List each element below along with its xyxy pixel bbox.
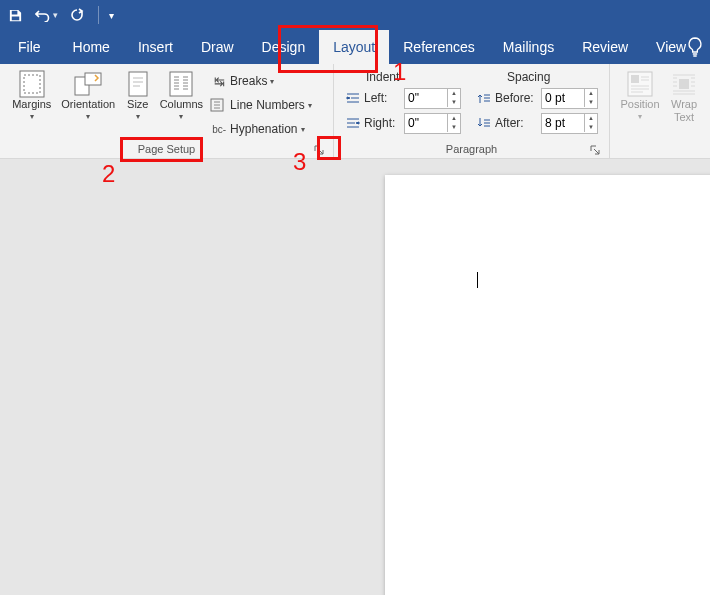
columns-button[interactable]: Columns ▾ xyxy=(157,67,207,121)
indent-right-value[interactable] xyxy=(405,114,447,133)
ribbon: Margins ▾ Orientation ▾ Size ▾ xyxy=(0,64,710,159)
dialog-launcher-icon xyxy=(590,145,600,155)
indent-right-icon xyxy=(346,117,364,129)
wrap-text-button[interactable]: Wrap Text xyxy=(664,67,704,123)
group-page-setup: Margins ▾ Orientation ▾ Size ▾ xyxy=(0,64,334,158)
chevron-down-icon: ▾ xyxy=(270,77,274,86)
group-paragraph: Indent Left: ▲▼ Right: xyxy=(334,64,610,158)
size-icon xyxy=(123,70,153,98)
group-paragraph-label: Paragraph xyxy=(446,143,497,155)
tab-review[interactable]: Review xyxy=(568,30,642,64)
spin-down[interactable]: ▼ xyxy=(448,123,460,132)
spin-up[interactable]: ▲ xyxy=(585,89,597,98)
chevron-down-icon: ▾ xyxy=(301,125,305,134)
orientation-button[interactable]: Orientation ▾ xyxy=(58,67,119,121)
tab-mailings[interactable]: Mailings xyxy=(489,30,568,64)
position-label: Position xyxy=(620,98,659,111)
annotation-label-2: 2 xyxy=(102,160,115,188)
annotation-label-1: 1 xyxy=(393,58,406,86)
line-numbers-icon xyxy=(210,98,228,112)
spacing-header: Spacing xyxy=(507,70,550,84)
spin-down[interactable]: ▼ xyxy=(585,123,597,132)
group-arrange: Position ▾ Wrap Text xyxy=(610,64,710,158)
spin-up[interactable]: ▲ xyxy=(448,89,460,98)
indent-left-icon xyxy=(346,92,364,104)
chevron-down-icon: ▾ xyxy=(638,112,642,121)
annotation-label-3: 3 xyxy=(293,148,306,176)
redo-button[interactable] xyxy=(70,8,86,22)
page-setup-launcher[interactable] xyxy=(312,143,326,157)
save-button[interactable] xyxy=(8,8,23,23)
svg-rect-9 xyxy=(679,79,689,89)
qat-separator xyxy=(98,6,99,24)
spacing-after-label: After: xyxy=(495,116,541,130)
margins-label: Margins xyxy=(12,98,51,111)
wrap-text-icon xyxy=(669,70,699,98)
indent-right-input[interactable]: ▲▼ xyxy=(404,113,461,134)
indent-right-row: Right: ▲▼ xyxy=(346,112,461,134)
ribbon-tabs: File Home Insert Draw Design Layout Refe… xyxy=(0,30,710,64)
document-page[interactable] xyxy=(385,175,710,595)
orientation-icon xyxy=(73,70,103,98)
breaks-label: Breaks xyxy=(230,74,267,88)
tab-insert[interactable]: Insert xyxy=(124,30,187,64)
hyphenation-label: Hyphenation xyxy=(230,122,297,136)
text-cursor xyxy=(477,272,478,288)
indent-left-row: Left: ▲▼ xyxy=(346,87,461,109)
undo-icon xyxy=(35,8,51,22)
margins-icon xyxy=(17,70,47,98)
line-numbers-label: Line Numbers xyxy=(230,98,305,112)
customize-qat-button[interactable]: ▾ xyxy=(109,10,114,21)
orientation-label: Orientation xyxy=(61,98,115,111)
columns-label: Columns xyxy=(160,98,203,111)
indent-left-input[interactable]: ▲▼ xyxy=(404,88,461,109)
wrap-text-label1: Wrap xyxy=(671,98,697,111)
size-label: Size xyxy=(127,98,148,111)
indent-left-value[interactable] xyxy=(405,89,447,108)
hyphenation-button[interactable]: bc‑ Hyphenation ▾ xyxy=(210,119,327,139)
group-page-setup-label: Page Setup xyxy=(138,143,196,155)
svg-rect-5 xyxy=(170,72,192,96)
spacing-before-input[interactable]: ▲▼ xyxy=(541,88,598,109)
svg-rect-4 xyxy=(129,72,147,96)
chevron-down-icon: ▾ xyxy=(136,112,140,121)
redo-icon xyxy=(70,8,86,22)
tab-design[interactable]: Design xyxy=(248,30,320,64)
position-button[interactable]: Position ▾ xyxy=(616,67,664,121)
tab-draw[interactable]: Draw xyxy=(187,30,248,64)
line-numbers-button[interactable]: Line Numbers ▾ xyxy=(210,95,327,115)
undo-button[interactable]: ▾ xyxy=(35,8,58,22)
tell-me-button[interactable] xyxy=(686,36,704,58)
paragraph-launcher[interactable] xyxy=(588,143,602,157)
size-button[interactable]: Size ▾ xyxy=(119,67,157,121)
chevron-down-icon: ▾ xyxy=(30,112,34,121)
indent-right-label: Right: xyxy=(364,116,404,130)
chevron-down-icon: ▾ xyxy=(109,10,114,21)
spin-up[interactable]: ▲ xyxy=(448,114,460,123)
position-icon xyxy=(625,70,655,98)
lightbulb-icon xyxy=(686,36,704,58)
svg-rect-8 xyxy=(631,75,639,83)
spacing-before-value[interactable] xyxy=(542,89,584,108)
spin-down[interactable]: ▼ xyxy=(585,98,597,107)
save-icon xyxy=(8,8,23,23)
tab-layout[interactable]: Layout xyxy=(319,30,389,64)
breaks-button[interactable]: ↹ Breaks ▾ xyxy=(210,71,327,91)
spacing-after-icon xyxy=(477,117,495,129)
indent-left-label: Left: xyxy=(364,91,404,105)
spin-down[interactable]: ▼ xyxy=(448,98,460,107)
chevron-down-icon: ▾ xyxy=(53,10,58,20)
chevron-down-icon: ▾ xyxy=(308,101,312,110)
spacing-after-value[interactable] xyxy=(542,114,584,133)
chevron-down-icon: ▾ xyxy=(179,112,183,121)
spacing-before-label: Before: xyxy=(495,91,541,105)
hyphenation-icon: bc‑ xyxy=(210,124,228,135)
spacing-before-icon xyxy=(477,92,495,104)
spacing-after-input[interactable]: ▲▼ xyxy=(541,113,598,134)
spacing-after-row: After: ▲▼ xyxy=(477,112,598,134)
margins-button[interactable]: Margins ▾ xyxy=(6,67,58,121)
spin-up[interactable]: ▲ xyxy=(585,114,597,123)
tab-file[interactable]: File xyxy=(12,30,59,64)
tab-home[interactable]: Home xyxy=(59,30,124,64)
columns-icon xyxy=(166,70,196,98)
